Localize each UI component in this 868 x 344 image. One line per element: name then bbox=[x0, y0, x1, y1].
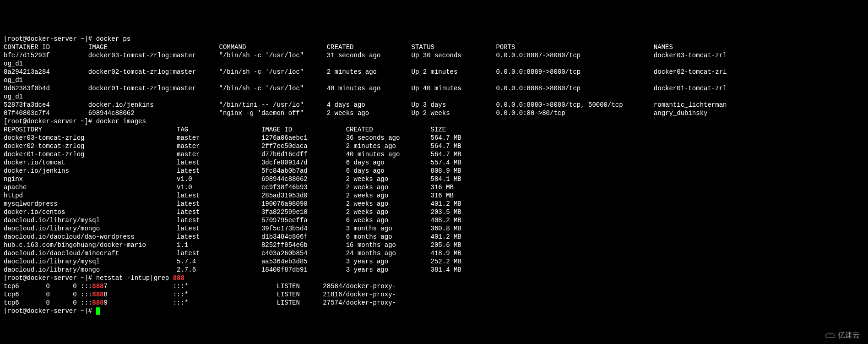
cursor bbox=[96, 307, 100, 315]
prompt-line: [root@docker-server ~]# docker images bbox=[4, 118, 146, 125]
netstat-row: tcp6 0 0 :::8889 :::* LISTEN 27574/docke… bbox=[4, 299, 396, 306]
netstat-row: tcp6 0 0 :::8888 :::* LISTEN 21816/docke… bbox=[4, 291, 396, 298]
watermark-logo: 亿速云 bbox=[824, 331, 860, 339]
images-row: daocloud.io/library/mongo 2.7.6 18400f87… bbox=[4, 266, 461, 273]
images-row: docker02-tomcat-zrlog master 2ff7ec50dac… bbox=[4, 142, 461, 150]
ps-header: CONTAINER ID IMAGE COMMAND CREATED STATU… bbox=[4, 44, 673, 51]
images-row: daocloud.io/library/mongo latest 39f5c17… bbox=[4, 225, 461, 232]
prompt-line: [root@docker-server ~]# netstat -lntup|g… bbox=[4, 274, 184, 282]
ps-row: 07f40803c7f4 698944c88062 "nginx -g 'dae… bbox=[4, 109, 707, 117]
images-row: docker.io/tomcat latest 3dcfe809147d 6 d… bbox=[4, 159, 461, 166]
terminal-output: [root@docker-server ~]# docker ps CONTAI… bbox=[4, 35, 864, 315]
images-row: daocloud.io/library/mysql latest 5709795… bbox=[4, 217, 461, 224]
images-row: docker03-tomcat-zrlog master 1276a06aebc… bbox=[4, 134, 461, 142]
ps-row: 8a294213a284 docker02-tomcat-zrlog:maste… bbox=[4, 68, 727, 76]
ps-row-wrap: og_d1 bbox=[4, 76, 23, 84]
images-row: daocloud.io/daocloud/dao-wordpress lates… bbox=[4, 233, 461, 240]
prompt-line[interactable]: [root@docker-server ~]# bbox=[4, 307, 100, 315]
images-row: docker01-tomcat-zrlog master d77b6d16cdf… bbox=[4, 151, 461, 158]
images-row: httpd latest 285ad31953d0 2 weeks ago 31… bbox=[4, 192, 454, 199]
ps-row: bfc77d15293f docker03-tomcat-zrlog:maste… bbox=[4, 52, 727, 59]
images-row: mysqlwordpress latest 190076a98090 2 wee… bbox=[4, 200, 461, 207]
netstat-row: tcp6 0 0 :::8887 :::* LISTEN 28584/docke… bbox=[4, 283, 396, 290]
images-row: docker.io/centos latest 3fa822599e10 2 w… bbox=[4, 208, 461, 216]
ps-row: 52873fa3dce4 docker.io/jenkins "/bin/tin… bbox=[4, 101, 727, 109]
images-row: nginx v1.0 698944c88062 2 weeks ago 584.… bbox=[4, 175, 461, 183]
images-row: daocloud.io/library/mysql 5.7.4 aa5364eb… bbox=[4, 258, 461, 265]
ps-row-wrap: og_d1 bbox=[4, 93, 23, 100]
ps-row-wrap: og_d1 bbox=[4, 60, 23, 67]
images-row: docker.io/jenkins latest 5fc84ab0b7ad 6 … bbox=[4, 167, 461, 175]
images-row: hub.c.163.com/bingohuang/docker-mario 1.… bbox=[4, 241, 461, 249]
ps-row: 9d62383f0b4d docker01-tomcat-zrlog:maste… bbox=[4, 85, 727, 92]
prompt-line: [root@docker-server ~]# docker ps bbox=[4, 35, 130, 43]
cloud-icon bbox=[824, 332, 836, 339]
watermark-text: 亿速云 bbox=[838, 331, 860, 339]
images-row: daocloud.io/daocloud/minecraft latest c4… bbox=[4, 250, 461, 257]
images-row: apache v1.0 cc9f38f46b93 2 weeks ago 316… bbox=[4, 184, 454, 191]
images-header: REPOSITORY TAG IMAGE ID CREATED SIZE bbox=[4, 126, 446, 133]
